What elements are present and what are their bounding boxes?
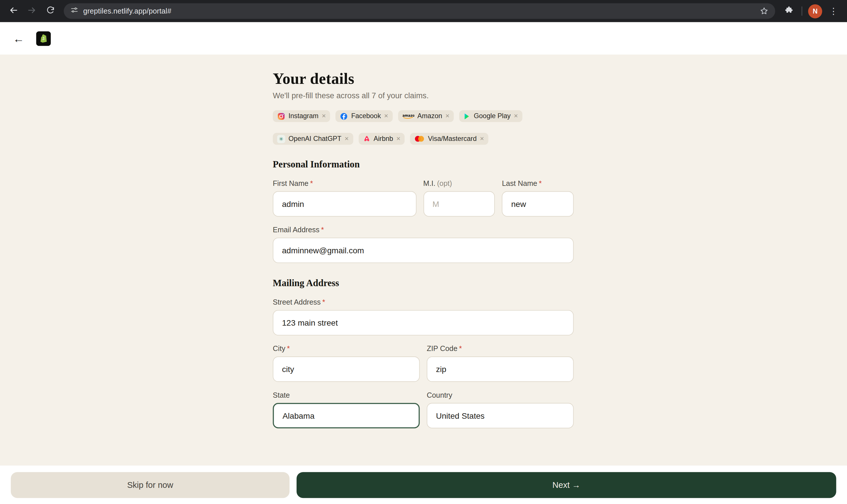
claim-chip-google-play: Google Play × [459,110,522,122]
zip-label: ZIP Code* [427,345,574,353]
city-label: City* [273,345,420,353]
chip-remove-button[interactable]: × [322,112,326,120]
label-text: M.I. [424,179,435,187]
svg-text:amazon: amazon [402,113,414,118]
email-field: Email Address* [273,226,574,263]
city-zip-row: City* ZIP Code* [273,336,574,382]
label-text: Email Address [273,226,320,234]
kebab-menu-icon: ⋮ [829,7,838,15]
address-bar[interactable]: greptiles.netlify.app/portal# [64,3,775,19]
openai-chatgpt-icon: ✳ [277,135,285,143]
first-name-label: First Name* [273,179,416,187]
label-text: First Name [273,179,309,187]
forward-icon [27,5,37,17]
last-name-label: Last Name* [502,179,574,187]
page-title: Your details [273,70,574,88]
skip-button[interactable]: Skip for now [11,472,289,498]
chip-label: Airbnb [374,135,393,143]
forward-button[interactable] [23,2,41,20]
chip-remove-button[interactable]: × [514,112,518,120]
section-title-mailing: Mailing Address [273,277,574,289]
last-name-field: Last Name* [502,170,574,216]
country-field: Country United States [427,382,574,428]
street-address-input[interactable] [273,310,574,336]
claim-chip-instagram: Instagram × [273,110,330,122]
extensions-button[interactable] [779,2,798,20]
app-header: ← [0,22,847,54]
shopify-bag-icon [38,33,49,43]
amazon-icon: amazon [402,113,414,119]
zip-field: ZIP Code* [427,336,574,382]
required-asterisk: * [322,298,325,306]
visa-mastercard-icon [414,136,425,142]
main-area: Your details We'll pre-fill these across… [0,54,847,465]
facebook-icon [340,112,348,120]
first-name-field: First Name* [273,170,416,216]
optional-hint: (opt) [437,179,452,187]
chip-remove-button[interactable]: × [446,112,450,120]
chip-label: Facebook [351,112,381,120]
first-name-input[interactable] [273,191,416,217]
last-name-input[interactable] [502,191,574,217]
country-label: Country [427,391,574,399]
email-label: Email Address* [273,226,574,234]
label-text: Country [427,391,452,399]
middle-initial-field: M.I.(opt) [424,170,495,216]
country-select[interactable]: United States [427,403,574,428]
section-title-personal: Personal Information [273,159,574,170]
required-asterisk: * [287,345,290,353]
google-play-icon [464,113,470,120]
chip-remove-button[interactable]: × [480,135,484,143]
instagram-icon [277,112,285,120]
extensions-puzzle-icon [784,5,793,17]
name-row: First Name* M.I.(opt) Last Name* [273,170,574,216]
label-text: ZIP Code [427,345,457,353]
middle-initial-label: M.I.(opt) [424,179,495,187]
bookmark-star-icon[interactable] [759,6,769,16]
street-field: Street Address* [273,298,574,336]
chip-remove-button[interactable]: × [384,112,388,120]
chip-remove-button[interactable]: × [345,135,349,143]
required-asterisk: * [459,345,462,353]
back-button[interactable] [4,2,23,20]
site-settings-icon[interactable] [70,6,78,16]
next-button[interactable]: Next → [296,472,836,498]
state-label: State [273,391,420,399]
claim-chip-visa-mastercard: Visa/Mastercard × [410,133,488,145]
label-text: Last Name [502,179,537,187]
page-subtitle: We'll pre-fill these across all 7 of you… [273,91,574,100]
city-field: City* [273,336,420,382]
state-field: State Alabama [273,382,420,428]
profile-button[interactable]: N [806,2,825,20]
label-text: City [273,345,286,353]
claim-chips: Instagram × Facebook × amazon Amazon × [273,110,574,145]
url-text: greptiles.netlify.app/portal# [83,7,172,15]
viewport: greptiles.netlify.app/portal# N ⋮ ← [0,0,847,504]
zip-code-input[interactable] [427,357,574,382]
footer-action-bar: Skip for now Next → [0,466,847,504]
back-icon [8,5,18,17]
label-text: Street Address [273,298,321,306]
state-select[interactable]: Alabama [273,403,420,428]
middle-initial-input[interactable] [424,191,495,217]
browser-toolbar: greptiles.netlify.app/portal# N ⋮ [0,0,847,22]
browser-menu-button[interactable]: ⋮ [824,2,843,20]
city-input[interactable] [273,357,420,382]
reload-icon [46,5,55,17]
claim-chip-facebook: Facebook × [336,110,393,122]
merchant-logo [36,31,51,46]
chip-remove-button[interactable]: × [396,135,400,143]
email-input[interactable] [273,238,574,263]
required-asterisk: * [321,226,324,234]
chip-label: Amazon [417,112,442,120]
street-label: Street Address* [273,298,574,306]
chip-label: Visa/Mastercard [428,135,477,143]
airbnb-icon [363,135,370,143]
app-back-button[interactable]: ← [13,33,24,44]
claim-chip-airbnb: Airbnb × [359,133,405,145]
details-form: Your details We'll pre-fill these across… [273,54,574,428]
chip-label: OpenAI ChatGPT [288,135,342,143]
reload-button[interactable] [41,2,59,20]
state-country-row: State Alabama Country United States [273,382,574,428]
chip-label: Google Play [474,112,511,120]
